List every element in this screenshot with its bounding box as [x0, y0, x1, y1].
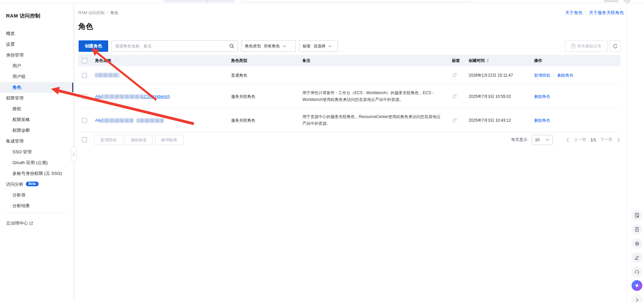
- sidebar-item-grants[interactable]: 授权: [0, 104, 73, 114]
- created-cell: 2025年7月3日 10:43:12: [469, 118, 534, 123]
- settings-icon[interactable]: [632, 238, 642, 249]
- prev-page-chevron-icon[interactable]: ❮: [566, 137, 570, 142]
- sidebar-item-permission-diagnosis[interactable]: 权限诊断: [0, 125, 73, 136]
- role-type-filter-value: 所有角色: [264, 43, 280, 49]
- sidebar-collapse-handle[interactable]: [71, 147, 77, 162]
- sidebar-item-sso-management[interactable]: SSO 管理: [0, 147, 73, 157]
- sidebar: RAM 访问控制 概览 设置 身份管理 用户 用户组 角色 权限管理 授权 权限…: [0, 3, 74, 302]
- edit-icon[interactable]: [632, 252, 642, 263]
- sort-icon[interactable]: [486, 59, 489, 63]
- redacted-role-name: [95, 73, 119, 77]
- chevron-down-icon: [283, 45, 286, 47]
- about-roles-link[interactable]: 关于角色: [565, 10, 583, 15]
- sidebar-item-analysis-results[interactable]: 分析结果: [0, 200, 73, 211]
- role-name-cell[interactable]: Aliy: [95, 118, 231, 123]
- row-checkbox[interactable]: [82, 118, 87, 123]
- sidebar-title: RAM 访问控制: [6, 13, 40, 19]
- right-toolbar: P: [627, 3, 644, 302]
- role-type-filter-label: 角色类型: [245, 43, 261, 49]
- about-service-roles-link[interactable]: 关于服务关联角色: [589, 10, 624, 15]
- tag-cell[interactable]: [452, 73, 469, 78]
- prev-page-button[interactable]: 上一页: [574, 137, 586, 143]
- sidebar-item-overview[interactable]: 概览: [0, 28, 73, 39]
- sidebar-item-roles[interactable]: 角色: [0, 82, 73, 93]
- sidebar-item-cloud-sso[interactable]: 多账号身份权限 (云 SSO): [0, 168, 73, 179]
- support-icon[interactable]: [632, 266, 642, 277]
- select-all-checkbox[interactable]: [82, 58, 87, 63]
- breadcrumb-root[interactable]: RAM 访问控制: [78, 10, 104, 15]
- row-checkbox[interactable]: [82, 73, 87, 78]
- refresh-icon: [613, 44, 618, 49]
- doc-icon[interactable]: P: [632, 224, 642, 235]
- chevron-left-icon: [73, 152, 75, 156]
- next-page-button[interactable]: 下一页: [600, 137, 612, 143]
- created-cell: 2025年7月3日 10:55:02: [469, 94, 534, 100]
- sidebar-nav: 概览 设置 身份管理 用户 用户组 角色 权限管理 授权 权限策略 权限诊断 集…: [0, 28, 73, 211]
- created-cell: 2026年1月22日 15:11:47: [469, 73, 534, 78]
- breadcrumb-separator: /: [107, 10, 108, 15]
- refresh-button[interactable]: [609, 40, 621, 52]
- created-header-label: 创建时间: [469, 58, 485, 63]
- help-links: 关于角色关于服务关联角色: [565, 10, 620, 16]
- delete-role-link[interactable]: 删除角色: [557, 73, 573, 78]
- table-row: AliyECSWorkbench 服务关联角色 用于弹性计算套件 - 工作台（E…: [78, 85, 620, 109]
- ram-console-page: RAM 访问控制 概览 设置 身份管理 用户 用户组 角色 权限管理 授权 权限…: [0, 0, 644, 302]
- sidebar-item-users[interactable]: 用户: [0, 61, 73, 71]
- delete-role-link[interactable]: 删除角色: [534, 118, 550, 123]
- role-name-cell[interactable]: [95, 73, 231, 78]
- col-header-actions: 操作: [534, 58, 620, 64]
- clipboard-icon: [571, 44, 575, 48]
- tag-filter-value: 请选择: [313, 43, 326, 49]
- sidebar-item-permission-management[interactable]: 权限管理: [0, 93, 73, 104]
- role-type-filter[interactable]: 角色类型 所有角色: [241, 40, 296, 52]
- actions-cell: 新增授权删除角色: [534, 73, 620, 78]
- avatar[interactable]: [624, 0, 631, 3]
- breadcrumb-current: 角色: [110, 10, 118, 15]
- create-role-button[interactable]: 创建角色: [79, 40, 108, 52]
- role-delete-tasks-button[interactable]: 角色删除任务: [565, 40, 607, 52]
- row-checkbox[interactable]: [82, 94, 87, 99]
- tag-cell[interactable]: [452, 94, 469, 99]
- actions-cell: 删除角色: [534, 118, 620, 123]
- page-size-value: 10: [535, 138, 540, 142]
- tag-cell[interactable]: [452, 118, 469, 123]
- table-header-row: 角色名称 角色类型 备注 标签 创建时间 操作: [78, 55, 620, 66]
- footer-select-checkbox[interactable]: [82, 137, 87, 142]
- page-size-select[interactable]: 10: [532, 135, 553, 145]
- ticket-icon[interactable]: [632, 210, 642, 221]
- col-header-role-name: 角色名称: [95, 58, 231, 64]
- sidebar-item-oauth-apps[interactable]: OAuth 应用 (公测): [0, 157, 73, 168]
- sidebar-item-integration-management[interactable]: 集成管理: [0, 136, 73, 147]
- sidebar-item-settings[interactable]: 设置: [0, 39, 73, 50]
- sidebar-link-governance-center[interactable]: 云治理中心: [6, 220, 33, 226]
- help-links-divider: [586, 10, 586, 14]
- batch-add-grant-button[interactable]: 新增授权: [94, 135, 123, 145]
- sidebar-item-analyzer[interactable]: 分析器: [0, 190, 73, 200]
- unbind-tags-button[interactable]: 解绑标签: [155, 135, 183, 145]
- expand-icon[interactable]: [632, 295, 642, 302]
- tag-filter[interactable]: 标签 请选择: [299, 40, 338, 52]
- col-header-role-type: 角色类型: [231, 58, 302, 64]
- search-icon[interactable]: [226, 43, 238, 49]
- delete-role-link[interactable]: 删除角色: [534, 94, 550, 99]
- role-name-cell[interactable]: AliyECSWorkbench: [95, 94, 231, 99]
- edit-tags-button[interactable]: 编辑标签: [125, 135, 153, 145]
- col-header-created: 创建时间: [469, 58, 534, 64]
- page-title: 角色: [78, 22, 93, 32]
- sidebar-item-policies[interactable]: 权限策略: [0, 114, 73, 125]
- role-name-link[interactable]: Aliy: [95, 118, 164, 123]
- ai-assistant-icon[interactable]: [632, 280, 642, 291]
- next-page-chevron-icon[interactable]: ❯: [617, 137, 620, 142]
- add-grant-link[interactable]: 新增授权: [534, 73, 550, 78]
- sidebar-item-access-analysis[interactable]: 访问分析Beta: [0, 179, 73, 190]
- role-search-input[interactable]: [112, 44, 226, 48]
- remark-cell: 用于弹性计算套件 - 工作台（ECS - Workbench）的服务关联角色，E…: [302, 90, 452, 103]
- sidebar-divider: [4, 213, 66, 213]
- sidebar-item-user-groups[interactable]: 用户组: [0, 71, 73, 82]
- topbar-search-input[interactable]: [239, 0, 474, 2]
- sidebar-item-identity-management[interactable]: 身份管理: [0, 50, 73, 61]
- col-header-remark: 备注: [302, 58, 452, 64]
- role-name-prefix: Aliy: [95, 118, 101, 123]
- table-row: 普通角色 2026年1月22日 15:11:47 新增授权删除角色: [78, 66, 620, 85]
- role-name-link[interactable]: AliyECSWorkbench: [95, 94, 170, 99]
